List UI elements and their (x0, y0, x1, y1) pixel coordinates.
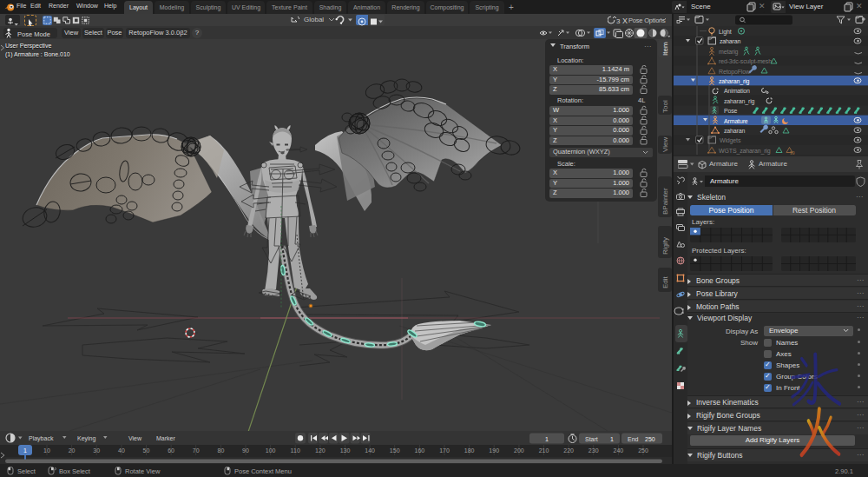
svg-text:Animation: Animation (724, 88, 750, 94)
svg-text:20: 20 (69, 447, 76, 454)
svg-text:Box Select: Box Select (59, 467, 91, 475)
svg-text:50: 50 (143, 447, 150, 454)
svg-text:View: View (661, 137, 669, 152)
svg-text:zaharan_rig: zaharan_rig (724, 98, 755, 105)
svg-text:BPainter: BPainter (661, 188, 669, 215)
svg-text:60: 60 (168, 447, 174, 454)
svg-text:140: 140 (365, 447, 375, 454)
svg-text:zaharan: zaharan (720, 38, 741, 44)
svg-text:80: 80 (218, 447, 225, 454)
svg-text:View: View (128, 435, 142, 441)
svg-text:99: 99 (790, 150, 795, 156)
svg-text:1: 1 (545, 436, 549, 442)
svg-text:230: 230 (589, 447, 599, 454)
svg-text:250: 250 (638, 447, 648, 454)
svg-text:RetopoFlow: RetopoFlow (719, 69, 751, 76)
svg-text:Light: Light (719, 29, 732, 36)
svg-text:Playback: Playback (29, 435, 54, 442)
svg-text:90: 90 (242, 447, 249, 454)
svg-text:1: 1 (610, 436, 614, 442)
svg-text:40: 40 (118, 447, 125, 454)
svg-text:180: 180 (464, 447, 475, 454)
svg-text:Pose Context Menu: Pose Context Menu (234, 467, 292, 475)
svg-text:150: 150 (390, 447, 400, 454)
svg-text:170: 170 (439, 447, 450, 454)
svg-text:Marker: Marker (156, 435, 175, 441)
svg-text:210: 210 (539, 447, 549, 454)
svg-text:Armature: Armature (724, 118, 748, 124)
svg-text:160: 160 (415, 447, 425, 454)
svg-text:Item: Item (661, 42, 669, 56)
svg-text:130: 130 (340, 447, 351, 454)
svg-text:zaharan_rig: zaharan_rig (719, 78, 750, 85)
svg-text:200: 200 (514, 447, 524, 454)
svg-text:3: 3 (616, 17, 621, 25)
svg-text:red-3dc-sculpt-mesh: red-3dc-sculpt-mesh (719, 58, 772, 65)
svg-text:Tool: Tool (661, 100, 669, 113)
svg-text:Pose: Pose (724, 108, 738, 114)
svg-text:Rotate View: Rotate View (125, 467, 161, 475)
svg-text:metarig: metarig (719, 49, 739, 56)
svg-text:zaharan: zaharan (724, 128, 746, 134)
svg-text:70: 70 (193, 447, 200, 454)
svg-text:Rigify: Rigify (661, 237, 669, 255)
svg-text:240: 240 (614, 447, 624, 454)
svg-text:220: 220 (563, 447, 574, 454)
svg-text:Select: Select (17, 467, 36, 475)
svg-text:Start: Start (585, 436, 598, 442)
svg-text:WGTS_zaharan_rig: WGTS_zaharan_rig (719, 148, 771, 155)
svg-text:Widgets: Widgets (720, 137, 741, 144)
svg-text:X: X (622, 17, 628, 25)
svg-text:120: 120 (315, 447, 326, 454)
svg-text:190: 190 (489, 447, 499, 454)
svg-text:Edit: Edit (661, 275, 669, 288)
svg-text:10: 10 (43, 447, 50, 454)
svg-text:250: 250 (645, 436, 655, 442)
svg-text:100: 100 (266, 447, 276, 454)
svg-text:1: 1 (23, 447, 27, 454)
svg-text:2.90.1: 2.90.1 (835, 467, 853, 475)
svg-text:End: End (628, 436, 639, 442)
svg-text:30: 30 (93, 447, 100, 454)
svg-text:Keying: Keying (77, 435, 96, 442)
svg-text:110: 110 (291, 447, 300, 454)
